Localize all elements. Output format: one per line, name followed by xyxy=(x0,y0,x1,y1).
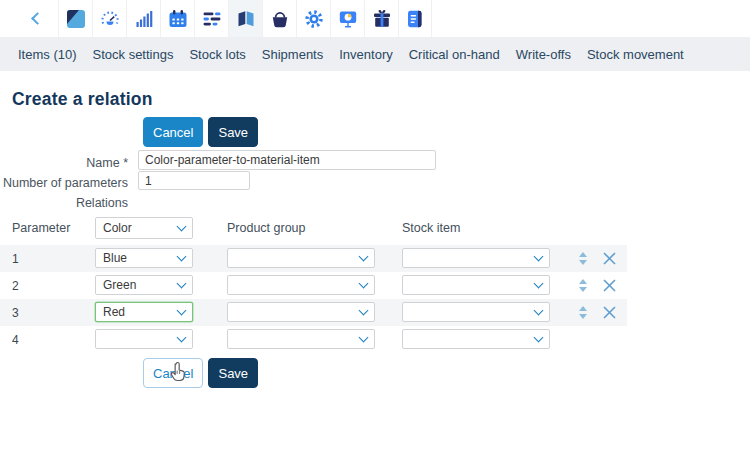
chevron-down-icon xyxy=(177,251,187,261)
stock-item-select[interactable] xyxy=(402,275,550,295)
chevron-down-icon xyxy=(534,251,544,261)
book-icon xyxy=(236,9,256,29)
parameter-value: Blue xyxy=(103,251,127,265)
relation-row-3: 3 Red xyxy=(0,299,627,326)
delete-row-button[interactable] xyxy=(602,305,617,320)
chevron-down-icon xyxy=(177,332,187,342)
close-icon xyxy=(604,253,615,264)
bottom-action-bar: Cancel Save xyxy=(143,358,258,388)
product-group-column-label: Product group xyxy=(227,221,306,235)
tab-inventory[interactable]: Inventory xyxy=(339,47,392,62)
section-nav: Items (10) Stock settings Stock lots Shi… xyxy=(0,37,750,71)
calendar-icon xyxy=(168,9,188,29)
toolbar-item-purchases[interactable] xyxy=(262,0,296,37)
toolbar-item-bonus[interactable] xyxy=(364,0,398,37)
presentation-icon xyxy=(338,9,358,29)
row-number: 1 xyxy=(12,252,19,266)
toolbar-item-reports[interactable] xyxy=(330,0,364,37)
parameter-type-value: Color xyxy=(103,221,132,235)
name-input[interactable] xyxy=(138,150,436,170)
stock-item-column-label: Stock item xyxy=(402,221,460,235)
chevron-down-icon xyxy=(359,305,369,315)
tab-stock-movement[interactable]: Stock movement xyxy=(587,47,684,62)
toolbar-item-indicators[interactable] xyxy=(126,0,160,37)
chevron-down-icon xyxy=(177,278,187,288)
chevron-down-icon xyxy=(534,332,544,342)
chevron-down-icon xyxy=(534,305,544,315)
parameter-type-select[interactable]: Color xyxy=(95,217,193,239)
toolbar-item-calendar[interactable] xyxy=(160,0,194,37)
sort-down-icon xyxy=(579,287,587,292)
cancel-button-top[interactable]: Cancel xyxy=(143,117,203,147)
row-number: 4 xyxy=(12,333,19,347)
relations-table-header: Parameter Color Product group Stock item xyxy=(0,216,630,240)
row-reorder-handle[interactable] xyxy=(578,305,588,320)
save-button-bottom[interactable]: Save xyxy=(208,358,258,388)
row-reorder-handle[interactable] xyxy=(578,278,588,293)
chevron-down-icon xyxy=(177,305,187,315)
parameters-count-input[interactable] xyxy=(138,171,250,190)
tab-items[interactable]: Items (10) xyxy=(18,47,77,62)
back-button[interactable] xyxy=(16,0,58,37)
tab-write-offs[interactable]: Write-offs xyxy=(516,47,571,62)
close-icon xyxy=(604,280,615,291)
sort-up-icon xyxy=(579,306,587,311)
product-group-select[interactable] xyxy=(227,275,375,295)
page-title: Create a relation xyxy=(12,89,153,110)
gauge-icon xyxy=(100,9,120,29)
relation-row-2: 2 Green xyxy=(0,272,630,299)
chevron-down-icon xyxy=(177,221,187,231)
tab-stock-settings[interactable]: Stock settings xyxy=(93,47,174,62)
delete-row-button[interactable] xyxy=(602,278,617,293)
toolbar-item-docs[interactable] xyxy=(398,0,432,37)
tab-critical-on-hand[interactable]: Critical on-hand xyxy=(409,47,500,62)
chevron-left-icon xyxy=(31,12,44,25)
sort-down-icon xyxy=(579,260,587,265)
parameter-select[interactable]: Green xyxy=(95,275,193,295)
product-group-select[interactable] xyxy=(227,248,375,268)
chevron-down-icon xyxy=(534,278,544,288)
toolbar-item-logo[interactable] xyxy=(58,0,92,37)
parameter-select[interactable]: Blue xyxy=(95,248,193,268)
parameter-column-label: Parameter xyxy=(12,221,70,235)
sort-down-icon xyxy=(579,314,587,319)
app-window: Items (10) Stock settings Stock lots Shi… xyxy=(0,0,750,455)
parameters-count-label: Number of parameters xyxy=(0,176,128,190)
toolbar-item-dashboard[interactable] xyxy=(92,0,126,37)
relations-label: Relations xyxy=(0,196,128,210)
task-list-icon xyxy=(202,9,222,29)
sort-up-icon xyxy=(579,252,587,257)
gear-icon xyxy=(304,9,324,29)
product-group-select[interactable] xyxy=(227,302,375,322)
cancel-button-bottom[interactable]: Cancel xyxy=(143,358,203,388)
row-number: 2 xyxy=(12,279,19,293)
delete-row-button[interactable] xyxy=(602,251,617,266)
parameter-value: Green xyxy=(103,278,136,292)
logo-diagonal-icon xyxy=(66,9,86,29)
parameter-select[interactable]: Red xyxy=(95,302,193,322)
toolbar-item-settings[interactable] xyxy=(296,0,330,37)
app-toolbar xyxy=(0,0,750,37)
toolbar-item-stock-active[interactable] xyxy=(228,0,262,37)
parameter-value: Red xyxy=(103,305,125,319)
tab-shipments[interactable]: Shipments xyxy=(262,47,323,62)
stock-item-select[interactable] xyxy=(402,302,550,322)
top-action-bar: Cancel Save xyxy=(143,117,258,147)
save-button-top[interactable]: Save xyxy=(208,117,258,147)
basket-icon xyxy=(270,9,290,29)
chevron-down-icon xyxy=(359,332,369,342)
stock-item-select[interactable] xyxy=(402,329,550,349)
notebook-icon xyxy=(405,9,425,29)
chevron-down-icon xyxy=(359,278,369,288)
product-group-select[interactable] xyxy=(227,329,375,349)
parameter-select[interactable] xyxy=(95,329,193,349)
bar-chart-icon xyxy=(134,9,154,29)
tab-stock-lots[interactable]: Stock lots xyxy=(189,47,245,62)
row-reorder-handle[interactable] xyxy=(578,251,588,266)
relation-row-4: 4 xyxy=(0,326,630,353)
sort-up-icon xyxy=(579,279,587,284)
toolbar-item-tasks[interactable] xyxy=(194,0,228,37)
stock-item-select[interactable] xyxy=(402,248,550,268)
row-number: 3 xyxy=(12,306,19,320)
close-icon xyxy=(604,307,615,318)
